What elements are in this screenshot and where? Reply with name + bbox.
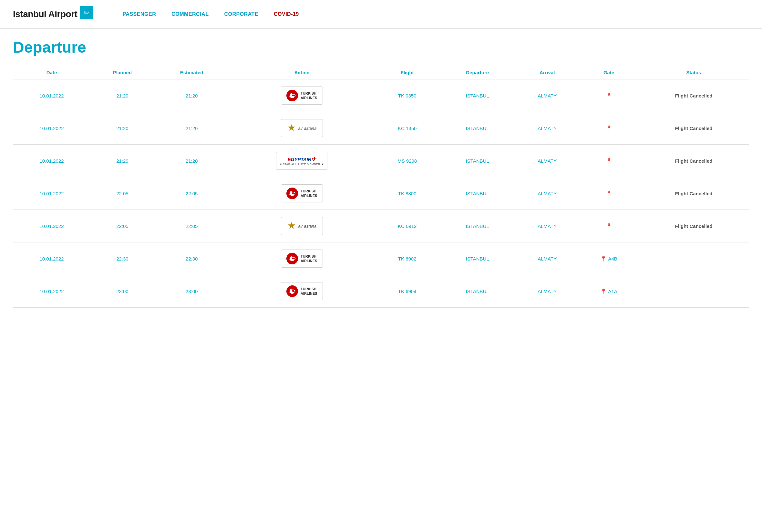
table-row: 10.01.202221:2021:20 EGYPTAIR✈ A STAR AL… [13,145,749,177]
cell-planned: 23:00 [90,275,154,308]
turkish-airlines-icon [286,188,298,199]
cell-arrival: ALMATY [515,210,579,242]
airastana-star-icon [287,124,296,133]
cell-gate: 📍 [579,145,638,177]
cell-status: Flight Cancelled [638,79,749,112]
cell-gate: 📍 [579,177,638,210]
turkish-airlines-icon [286,90,298,101]
cell-date: 10.01.2022 [13,79,90,112]
location-pin-icon: 📍 [606,125,612,131]
nav-commercial[interactable]: COMMERCIAL [172,11,208,17]
cell-planned: 21:20 [90,145,154,177]
cell-planned: 22:05 [90,177,154,210]
cell-departure: ISTANBUL [440,177,515,210]
table-row: 10.01.202221:2021:20 air astana KC 1350I… [13,112,749,145]
logo-icon: iGA [80,6,97,23]
cell-airline: TURKISHAIRLINES [229,79,375,112]
cell-status: Flight Cancelled [638,177,749,210]
col-departure: Departure [440,66,515,79]
cell-flight: KC 0912 [375,210,440,242]
egyptair-text: EGYPTAIR✈ [288,156,316,163]
cell-airline: TURKISHAIRLINES [229,177,375,210]
cell-airline: EGYPTAIR✈ A STAR ALLIANCE MEMBER ★ [229,145,375,177]
cell-airline: TURKISHAIRLINES [229,275,375,308]
cell-departure: ISTANBUL [440,210,515,242]
cell-arrival: ALMATY [515,275,579,308]
site-header: Istanbul Airport iGA PASSENGER COMMERCIA… [0,0,762,29]
airline-logo-airastana: air astana [281,217,323,235]
cell-gate: 📍 [579,112,638,145]
cell-estimated: 21:20 [154,112,229,145]
cell-departure: ISTANBUL [440,275,515,308]
cell-flight: TK 8800 [375,177,440,210]
logo-area: Istanbul Airport iGA [13,6,97,23]
airastana-text: air astana [298,224,316,229]
cell-flight: TK 6902 [375,242,440,275]
cell-airline: TURKISHAIRLINES [229,242,375,275]
svg-marker-7 [288,222,295,229]
airline-logo-turkish: TURKISHAIRLINES [281,87,323,105]
cell-estimated: 21:20 [154,145,229,177]
location-pin-icon: 📍 [606,190,612,196]
cell-date: 10.01.2022 [13,177,90,210]
cell-status [638,242,749,275]
turkish-airlines-text: TURKISHAIRLINES [301,254,317,264]
cell-status: Flight Cancelled [638,210,749,242]
col-planned: Planned [90,66,154,79]
nav-passenger[interactable]: PASSENGER [122,11,156,17]
cell-planned: 21:20 [90,79,154,112]
cell-gate: 📍 [579,210,638,242]
logo-text: Istanbul Airport [13,9,77,19]
logo-tag: iGA [80,6,93,19]
airline-logo-turkish: TURKISHAIRLINES [281,250,323,267]
turkish-airlines-text: TURKISHAIRLINES [301,287,317,296]
col-status: Status [638,66,749,79]
cell-flight: KC 1350 [375,112,440,145]
cell-airline: air astana [229,112,375,145]
table-header: Date Planned Estimated Airline Flight De… [13,66,749,79]
col-flight: Flight [375,66,440,79]
cell-arrival: ALMATY [515,79,579,112]
cell-status: Flight Cancelled [638,112,749,145]
airline-logo-turkish: TURKISHAIRLINES [281,184,323,202]
location-pin-icon: 📍 [606,93,612,99]
cell-planned: 22:30 [90,242,154,275]
airline-logo-egyptair: EGYPTAIR✈ A STAR ALLIANCE MEMBER ★ [276,152,328,170]
main-content: Departure Date Planned Estimated Airline… [0,29,762,317]
location-pin-icon: 📍 [606,158,612,164]
col-gate: Gate [579,66,638,79]
cell-departure: ISTANBUL [440,242,515,275]
table-row: 10.01.202221:2021:20 TURKISHAIRLINES [13,79,749,112]
turkish-airlines-text: TURKISHAIRLINES [301,91,317,101]
col-estimated: Estimated [154,66,229,79]
airastana-text: air astana [298,126,316,131]
page-title: Departure [13,38,749,56]
airline-logo-airastana: air astana [281,119,323,137]
cell-departure: ISTANBUL [440,112,515,145]
cell-arrival: ALMATY [515,177,579,210]
table-body: 10.01.202221:2021:20 TURKISHAIRLINES [13,79,749,308]
cell-flight: TK 6904 [375,275,440,308]
nav-corporate[interactable]: CORPORATE [224,11,258,17]
table-row: 10.01.202222:0522:05 TURKISHAIRLINES [13,177,749,210]
cell-planned: 22:05 [90,210,154,242]
star-icon [287,221,296,231]
cell-estimated: 22:30 [154,242,229,275]
table-row: 10.01.202222:0522:05 air astana KC 0912I… [13,210,749,242]
cell-date: 10.01.2022 [13,242,90,275]
cell-flight: MS 9298 [375,145,440,177]
table-row: 10.01.202223:0023:00 TURKISHAIRLINES [13,275,749,308]
cell-departure: ISTANBUL [440,145,515,177]
gate-value: A1A [608,289,617,294]
gate-value: A4B [608,256,617,262]
cell-planned: 21:20 [90,112,154,145]
cell-arrival: ALMATY [515,112,579,145]
cell-gate: 📍A4B [579,242,638,275]
cell-flight: TK 0350 [375,79,440,112]
svg-marker-3 [288,124,295,131]
main-nav: PASSENGER COMMERCIAL CORPORATE COVID-19 [122,11,299,17]
cell-date: 10.01.2022 [13,112,90,145]
location-pin-icon: 📍 [600,288,607,294]
nav-covid[interactable]: COVID-19 [274,11,299,17]
cell-status: Flight Cancelled [638,145,749,177]
